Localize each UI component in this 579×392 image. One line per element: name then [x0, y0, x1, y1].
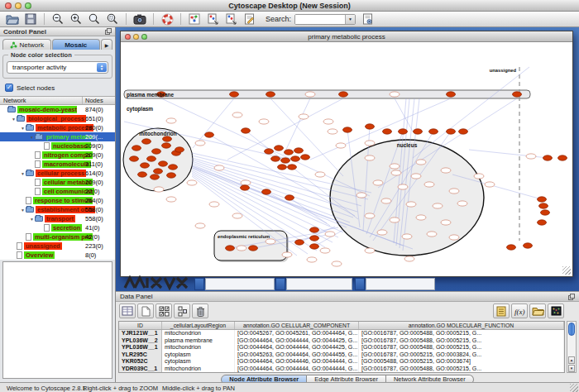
more-tabs-button[interactable]: ▶: [101, 39, 112, 50]
network-node-outline[interactable]: [526, 154, 536, 159]
network-node[interactable]: [241, 185, 250, 190]
table-scrollbar[interactable]: ▲ ▼: [567, 321, 577, 373]
network-node-outline[interactable]: [449, 189, 459, 194]
tree-row[interactable]: cell communicat22(0): [0, 187, 115, 196]
network-node-outline[interactable]: [485, 182, 495, 187]
expander-icon[interactable]: ▼: [29, 135, 35, 140]
float-panel-icon[interactable]: [568, 294, 575, 300]
network-node-outline[interactable]: [390, 218, 400, 222]
background-window-sliver[interactable]: [286, 278, 352, 290]
background-window-edge[interactable]: [275, 278, 285, 290]
network-node[interactable]: [141, 163, 150, 168]
formula-builder-button[interactable]: f(x): [511, 304, 528, 318]
vizmapper-button[interactable]: [186, 12, 203, 26]
network-node-outline[interactable]: [416, 215, 426, 220]
network-node[interactable]: [507, 245, 516, 250]
network-node-outline[interactable]: [154, 187, 164, 192]
zoom-selected-region-button[interactable]: [104, 12, 121, 26]
new-attribute-button[interactable]: [137, 304, 154, 318]
network-node-outline[interactable]: [406, 202, 416, 207]
table-cell[interactable]: [GO:0044464, GO:0044444, GO:0044444, G..…: [235, 366, 359, 373]
network-node-outline[interactable]: [214, 165, 224, 170]
table-cell[interactable]: YPL036W__1: [119, 344, 162, 351]
node-color-dropdown[interactable]: transporter activity ▲▼: [7, 61, 108, 74]
background-window-edge[interactable]: [355, 278, 365, 290]
zoom-window-button[interactable]: [25, 2, 31, 9]
network-node[interactable]: [447, 129, 456, 134]
table-cell[interactable]: [GO:0016787, GO:0005488, GO:0005215, G..…: [359, 344, 564, 351]
table-cell[interactable]: cytoplasm: [162, 351, 235, 359]
network-node[interactable]: [541, 210, 550, 215]
network-node-outline[interactable]: [232, 112, 242, 117]
import-table-button[interactable]: [529, 304, 546, 318]
background-window-sliver[interactable]: [205, 278, 275, 290]
table-cell[interactable]: [GO:0016787, GO:0005488, GO:0005215, G..…: [359, 330, 564, 337]
network-node-outline[interactable]: [237, 246, 246, 251]
delete-attribute-button[interactable]: [192, 304, 208, 318]
network-node-outline[interactable]: [356, 193, 366, 198]
network-node[interactable]: [543, 155, 553, 160]
network-node-outline[interactable]: [365, 155, 375, 160]
table-cell[interactable]: YLR295C: [119, 351, 162, 359]
network-node-outline[interactable]: [402, 234, 412, 239]
table-cell[interactable]: [GO:0016787, GO:0005488, GO:0005215, G..…: [359, 366, 564, 373]
table-cell[interactable]: mitochondrion: [162, 330, 235, 337]
network-node-outline[interactable]: [433, 203, 443, 208]
network-node[interactable]: [163, 136, 172, 141]
scrollbar-thumb[interactable]: [568, 323, 575, 336]
table-row[interactable]: YKR052Ccytoplasm[GO:0044464, GO:0044446,…: [119, 358, 564, 366]
zoom-fit-button[interactable]: [86, 12, 103, 26]
network-view-window[interactable]: primary metabolic process plasma: [120, 31, 573, 277]
network-node[interactable]: [159, 161, 168, 166]
network-node-outline[interactable]: [424, 182, 434, 187]
network-node-outline[interactable]: [427, 232, 437, 237]
network-node[interactable]: [285, 195, 294, 200]
network-node-outline[interactable]: [315, 172, 325, 177]
attribute-list-button[interactable]: [493, 304, 510, 318]
network-node[interactable]: [162, 143, 171, 148]
network-node[interactable]: [558, 155, 567, 160]
network-node[interactable]: [459, 129, 468, 134]
attribute-table-button[interactable]: [119, 304, 136, 318]
network-node[interactable]: [399, 129, 408, 134]
tree-row[interactable]: macromolecule311(0): [0, 160, 115, 169]
tab-network[interactable]: Network: [2, 39, 51, 50]
network-node-outline[interactable]: [266, 239, 275, 244]
network-window-titlebar[interactable]: primary metabolic process: [121, 31, 572, 42]
search-options-button[interactable]: [359, 12, 376, 26]
network-node[interactable]: [167, 173, 176, 178]
table-row[interactable]: YLR295Ccytoplasm[GO:0045263, GO:0044464,…: [119, 351, 564, 359]
tree-row[interactable]: multi-organism pro42(0): [0, 232, 115, 241]
network-node-outline[interactable]: [391, 170, 401, 175]
network-node[interactable]: [152, 149, 161, 154]
search-box[interactable]: ▼: [294, 14, 356, 25]
tree-row[interactable]: ▼cellular process614(0): [0, 169, 115, 178]
network-node-outline[interactable]: [390, 164, 400, 169]
network-node[interactable]: [130, 156, 139, 161]
network-node-outline[interactable]: [166, 197, 176, 202]
network-node[interactable]: [154, 169, 163, 174]
table-row[interactable]: YJR121W__1mitochondrion[GO:0045267, GO:0…: [119, 330, 564, 337]
network-node[interactable]: [205, 132, 214, 137]
close-view-button[interactable]: [125, 34, 131, 40]
network-node[interactable]: [291, 156, 300, 161]
table-row[interactable]: YDR039C__1mitochondrion[GO:0044464, GO:0…: [119, 366, 564, 373]
network-node-outline[interactable]: [381, 198, 391, 203]
network-node-outline[interactable]: [241, 180, 251, 185]
network-canvas[interactable]: plasma membrane cytoplasm mitochondrion …: [122, 42, 572, 275]
network-node-outline[interactable]: [195, 141, 205, 146]
table-row[interactable]: YPL036W__2plasma membrane[GO:0044464, GO…: [119, 337, 564, 345]
column-header-molecular-function[interactable]: annotation.GO MOLECULAR_FUNCTION: [359, 322, 564, 329]
import-attributes-button[interactable]: [223, 12, 239, 26]
table-cell[interactable]: YDR039C__1: [119, 366, 162, 373]
network-node-outline[interactable]: [325, 232, 335, 237]
unselect-attributes-button[interactable]: [174, 304, 190, 318]
column-header-cellular-component[interactable]: annotation.GO CELLULAR_COMPONENT: [235, 322, 359, 329]
table-cell[interactable]: [GO:0016787, GO:0005215, GO:0003824, G..…: [359, 351, 564, 359]
network-node[interactable]: [175, 147, 184, 152]
matrix-button[interactable]: [548, 304, 564, 318]
column-header-id[interactable]: ID: [119, 322, 162, 329]
network-node[interactable]: [242, 128, 251, 133]
zoom-out-button[interactable]: [50, 12, 66, 26]
network-node-outline[interactable]: [441, 168, 451, 173]
